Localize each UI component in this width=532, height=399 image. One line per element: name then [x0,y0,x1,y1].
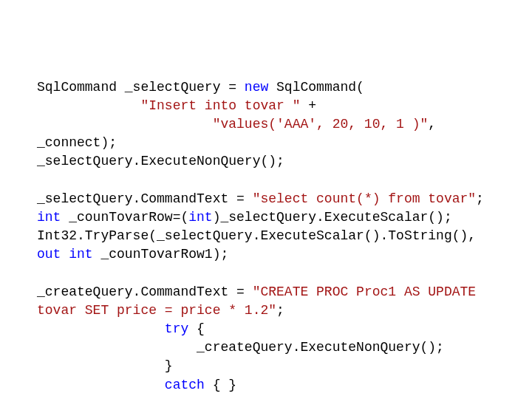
code-line: _createQuery.CommandText = "CREATE PROC … [37,283,495,301]
code-text: _selectQuery.CommandText = [37,191,253,206]
code-text: Int32.TryParse(_selectQuery.ExecuteScala… [37,228,476,243]
code-text: _selectQuery.ExecuteNonQuery(); [37,154,284,168]
code-text: ; [276,303,284,318]
code-text: { } [205,378,236,392]
code-text: _createQuery.ExecuteNonQuery(); [197,340,444,355]
keyword-out: out [37,247,61,262]
code-text: + [300,98,316,113]
code-line: _connect); [37,134,495,152]
code-line: _selectQuery.CommandText = "select count… [37,190,495,208]
code-text: _createQuery.CommandText = [37,284,253,299]
code-line [37,171,495,190]
code-line: try { [37,320,495,338]
code-line: "values('AAA', 20, 10, 1 )", [37,115,495,134]
indent [37,358,165,373]
keyword-try: try [165,321,188,336]
code-text: _counTovarRow1); [93,247,229,262]
code-line: } [37,357,495,375]
keyword-catch: catch [165,378,205,392]
code-text: { [188,321,205,336]
indent [37,340,197,355]
string-literal: "CREATE PROC Proc1 AS UPDATE [253,284,484,299]
code-line: "Insert into tovar " + [37,97,495,115]
code-line: tovar SET price = price * 1.2"; [37,301,495,320]
indent [37,378,165,392]
keyword-int: int [69,247,92,262]
code-line [37,264,495,282]
code-text: , [428,117,436,132]
string-literal: "values('AAA', 20, 10, 1 )" [213,117,429,132]
code-line: _createQuery.ExecuteNonQuery(); [37,338,495,357]
keyword-int: int [188,210,212,225]
code-text: SqlCommand( [268,80,364,95]
string-literal: tovar SET price = price * 1.2" [37,303,276,318]
string-literal: "Insert into tovar " [140,98,300,113]
indent [37,98,140,113]
code-text: _connect); [37,135,117,150]
code-text: )_selectQuery.ExecuteScalar(); [213,210,452,225]
code-line: Int32.TryParse(_selectQuery.ExecuteScala… [37,227,495,245]
string-literal: "select count(*) from tovar" [253,191,476,206]
code-text: ; [476,191,484,206]
code-text [61,247,69,262]
code-block: SqlCommand _selectQuery = new SqlCommand… [37,78,495,395]
code-line: int _counTovarRow=(int)_selectQuery.Exec… [37,208,495,227]
code-text: _counTovarRow=( [61,210,188,225]
indent [37,321,165,336]
code-line: catch { } [37,376,495,395]
keyword-new: new [245,80,268,95]
code-text: } [165,358,173,373]
code-line: SqlCommand _selectQuery = new SqlCommand… [37,78,495,97]
indent [37,117,213,132]
code-line: _selectQuery.ExecuteNonQuery(); [37,152,495,171]
keyword-int: int [37,210,61,225]
code-text: SqlCommand _selectQuery = [37,80,245,95]
code-line: out int _counTovarRow1); [37,245,495,264]
